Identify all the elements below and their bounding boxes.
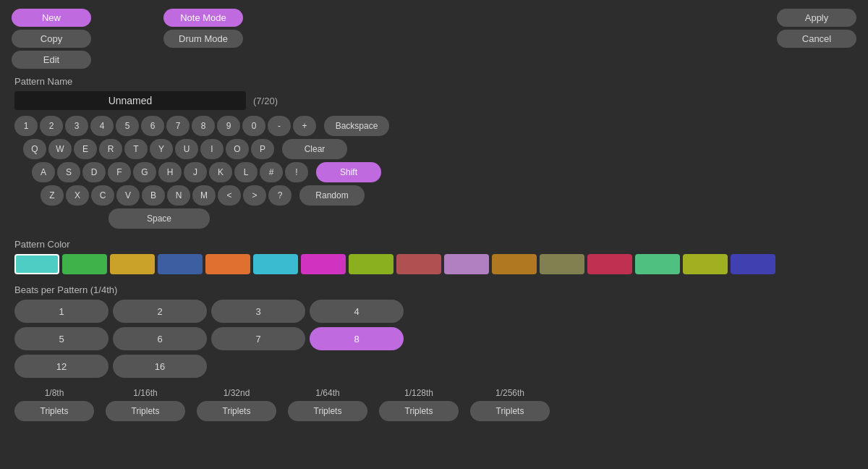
key-minus[interactable]: - xyxy=(268,116,291,136)
key-5[interactable]: 5 xyxy=(116,116,139,136)
key-question[interactable]: ? xyxy=(268,185,292,206)
key-v[interactable]: V xyxy=(116,185,140,206)
key-9[interactable]: 9 xyxy=(217,116,240,136)
color-swatch-3[interactable] xyxy=(158,254,203,274)
color-swatch-11[interactable] xyxy=(540,254,584,274)
beat-btn-3[interactable]: 3 xyxy=(211,300,305,323)
color-swatch-0[interactable] xyxy=(14,254,59,274)
key-a[interactable]: A xyxy=(32,162,55,182)
keyboard: 1 2 3 4 5 6 7 8 9 0 - + Backspace Q W E … xyxy=(14,116,854,229)
shift-button[interactable]: Shift xyxy=(316,162,381,182)
color-swatch-2[interactable] xyxy=(110,254,155,274)
beat-btn-7[interactable]: 7 xyxy=(211,327,305,350)
triplet-label-0: 1/8th xyxy=(45,388,64,398)
drum-mode-button[interactable]: Drum Mode xyxy=(163,30,243,48)
beat-btn-2[interactable]: 2 xyxy=(113,300,207,323)
pattern-color-section: Pattern Color xyxy=(14,239,854,274)
color-swatch-6[interactable] xyxy=(301,254,346,274)
key-hash[interactable]: # xyxy=(260,162,283,182)
space-button[interactable]: Space xyxy=(109,208,210,229)
triplet-group-0: 1/8thTriplets xyxy=(14,388,94,421)
color-swatch-13[interactable] xyxy=(635,254,680,274)
pattern-color-label: Pattern Color xyxy=(14,239,854,250)
beats-grid: 123456781216 xyxy=(14,300,420,378)
triplet-button-5[interactable]: Triplets xyxy=(470,401,550,421)
clear-button[interactable]: Clear xyxy=(282,139,347,159)
key-i[interactable]: I xyxy=(200,139,224,159)
key-lt[interactable]: < xyxy=(218,185,241,206)
color-swatch-5[interactable] xyxy=(253,254,298,274)
triplet-group-3: 1/64thTriplets xyxy=(288,388,367,421)
key-l[interactable]: L xyxy=(234,162,258,182)
key-h[interactable]: H xyxy=(158,162,182,182)
beat-btn-1[interactable]: 1 xyxy=(14,300,109,323)
key-row-numbers: 1 2 3 4 5 6 7 8 9 0 - + Backspace xyxy=(14,116,854,136)
pattern-name-label: Pattern Name xyxy=(14,76,854,87)
color-swatch-12[interactable] xyxy=(587,254,632,274)
key-t[interactable]: T xyxy=(124,139,148,159)
key-q[interactable]: Q xyxy=(23,139,46,159)
key-k[interactable]: K xyxy=(209,162,232,182)
key-m[interactable]: M xyxy=(192,185,216,206)
key-z[interactable]: Z xyxy=(41,185,64,206)
color-swatch-9[interactable] xyxy=(444,254,489,274)
apply-button[interactable]: Apply xyxy=(777,9,856,27)
key-j[interactable]: J xyxy=(184,162,207,182)
cancel-button[interactable]: Cancel xyxy=(777,30,856,48)
pattern-name-input[interactable] xyxy=(14,91,246,110)
key-1[interactable]: 1 xyxy=(14,116,38,136)
key-d[interactable]: D xyxy=(82,162,106,182)
key-x[interactable]: X xyxy=(66,185,89,206)
key-s[interactable]: S xyxy=(57,162,80,182)
color-swatch-4[interactable] xyxy=(205,254,250,274)
beat-btn-5[interactable]: 5 xyxy=(14,327,109,350)
beat-btn-4[interactable]: 4 xyxy=(310,300,404,323)
triplet-button-2[interactable]: Triplets xyxy=(197,401,276,421)
key-2[interactable]: 2 xyxy=(40,116,63,136)
key-3[interactable]: 3 xyxy=(65,116,88,136)
key-p[interactable]: P xyxy=(251,139,274,159)
beat-btn-8[interactable]: 8 xyxy=(310,327,404,350)
backspace-button[interactable]: Backspace xyxy=(324,116,389,136)
triplet-button-3[interactable]: Triplets xyxy=(288,401,367,421)
triplet-button-0[interactable]: Triplets xyxy=(14,401,94,421)
key-plus[interactable]: + xyxy=(293,116,316,136)
random-button[interactable]: Random xyxy=(299,185,365,206)
color-swatch-14[interactable] xyxy=(683,254,728,274)
key-4[interactable]: 4 xyxy=(90,116,114,136)
key-w[interactable]: W xyxy=(48,139,72,159)
key-b[interactable]: B xyxy=(142,185,165,206)
key-y[interactable]: Y xyxy=(150,139,173,159)
key-n[interactable]: N xyxy=(167,185,190,206)
key-exclaim[interactable]: ! xyxy=(285,162,308,182)
triplet-button-4[interactable]: Triplets xyxy=(379,401,459,421)
key-0[interactable]: 0 xyxy=(242,116,265,136)
color-swatch-1[interactable] xyxy=(62,254,107,274)
beat-btn-6[interactable]: 6 xyxy=(113,327,207,350)
key-c[interactable]: C xyxy=(91,185,114,206)
key-7[interactable]: 7 xyxy=(166,116,190,136)
key-r[interactable]: R xyxy=(99,139,122,159)
key-8[interactable]: 8 xyxy=(192,116,215,136)
key-e[interactable]: E xyxy=(74,139,97,159)
key-g[interactable]: G xyxy=(133,162,156,182)
key-gt[interactable]: > xyxy=(243,185,266,206)
note-mode-button[interactable]: Note Mode xyxy=(163,9,243,27)
color-swatch-7[interactable] xyxy=(349,254,393,274)
triplet-group-5: 1/256thTriplets xyxy=(470,388,550,421)
color-swatch-15[interactable] xyxy=(731,254,775,274)
color-swatch-10[interactable] xyxy=(492,254,537,274)
beat-btn-12[interactable]: 12 xyxy=(14,355,109,378)
triplet-button-1[interactable]: Triplets xyxy=(106,401,185,421)
key-o[interactable]: O xyxy=(226,139,249,159)
key-6[interactable]: 6 xyxy=(141,116,164,136)
triplet-label-1: 1/16th xyxy=(133,388,157,398)
copy-button[interactable]: Copy xyxy=(12,30,91,48)
key-f[interactable]: F xyxy=(108,162,131,182)
beat-btn-16[interactable]: 16 xyxy=(113,355,207,378)
color-swatch-8[interactable] xyxy=(396,254,441,274)
key-u[interactable]: U xyxy=(175,139,198,159)
edit-button[interactable]: Edit xyxy=(12,51,91,69)
triplet-group-1: 1/16thTriplets xyxy=(106,388,185,421)
new-button[interactable]: New xyxy=(12,9,91,27)
